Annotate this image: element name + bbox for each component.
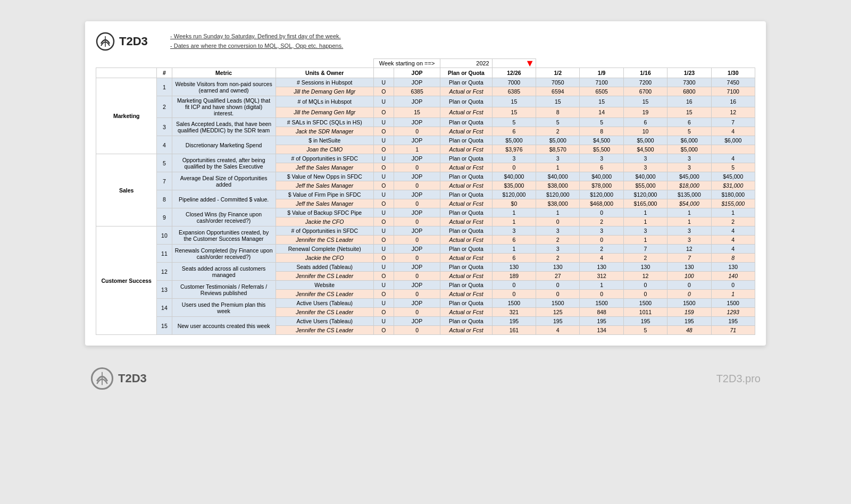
d5-1u: 7300 (668, 78, 711, 87)
metric-12: Seats added across all customers managed (172, 263, 276, 281)
row-num: 3 (157, 118, 172, 136)
table-row: 2 Marketing Qualified Leads (MQL) that f… (96, 96, 755, 107)
units-2u: # of MQLs in Hubspot (276, 96, 373, 107)
metric-11: Renewals Completed (by Finance upon cash… (172, 245, 276, 263)
metric-15: New user accounts created this week (172, 317, 276, 335)
section-marketing: Marketing (96, 78, 157, 154)
row-num: 2 (157, 96, 172, 118)
notes-area: - Weeks run Sunday to Saturday. Defined … (170, 32, 343, 51)
section-sales: Sales (96, 154, 157, 226)
plan-1u: Plan or Quota (440, 78, 493, 87)
table-row: Customer Success 10 Expansion Opportunit… (96, 226, 755, 236)
note-1: - Weeks run Sunday to Saturday. Defined … (170, 32, 343, 41)
col-12: 1/2 (536, 68, 580, 78)
plan-1o: Actual or Fcst (440, 87, 493, 96)
d3-1o: 6505 (580, 87, 623, 96)
row-num: 11 (157, 245, 172, 263)
col-header-row: # Metric Units & Owner JOP Plan or Quota… (96, 68, 755, 78)
table-row: 11 Renewals Completed (by Finance upon c… (96, 245, 755, 254)
plan-2u: Plan or Quota (440, 96, 493, 107)
row-num: 7 (157, 172, 172, 190)
footer-logo-icon (90, 367, 114, 390)
d1-1o: 6385 (492, 87, 536, 96)
table-row: 8 Pipeline added - Committed $ value. $ … (96, 190, 755, 199)
col-123: 1/23 (668, 68, 711, 78)
table-row: Marketing 1 Website Visitors from non-pa… (96, 78, 755, 87)
metric-13: Customer Testimonials / Referrals / Revi… (172, 281, 276, 299)
d1-1u: 7000 (492, 78, 536, 87)
d2-1u: 7050 (536, 78, 580, 87)
metric-3: Sales Accepted Leads, that have been qua… (172, 118, 276, 136)
jop-2u: JOP (394, 96, 440, 107)
metric-5: Opportunities created, after being quali… (172, 154, 276, 172)
d4-1o: 6700 (623, 87, 667, 96)
col-jop-header: JOP (394, 68, 440, 78)
col-plan-header: Plan or Quota (440, 68, 493, 78)
year-label: 2022 (440, 59, 493, 68)
d6-1o: 7100 (711, 87, 755, 96)
col-uo-header (373, 68, 394, 78)
week-header-row: Week starting on ==> 2022 ▼ (96, 59, 755, 68)
table-row: 7 Average Deal Size of Opportunities add… (96, 172, 755, 181)
row-num: 8 (157, 190, 172, 208)
footer-logo: T2D3 (90, 367, 147, 390)
d4-1u: 7200 (623, 78, 667, 87)
jop-1o: 6385 (394, 87, 440, 96)
col-19: 1/9 (580, 68, 623, 78)
metric-7: Average Deal Size of Opportunities added (172, 172, 276, 190)
table-row: 4 Discretionary Marketing Spend $ in Net… (96, 136, 755, 145)
row-num: 4 (157, 136, 172, 154)
main-container: T2D3 - Weeks run Sunday to Saturday. Def… (85, 21, 766, 346)
metric-4: Discretionary Marketing Spend (172, 136, 276, 154)
col-num-header: # (157, 68, 172, 78)
week-label: Week starting on ==> (373, 59, 440, 68)
row-num: 9 (157, 208, 172, 226)
note-2: - Dates are where the conversion to MQL,… (170, 41, 343, 51)
d2-1o: 6594 (536, 87, 580, 96)
footer-area: T2D3 T2D3.pro (85, 367, 766, 390)
table-row: 14 Users used the Premium plan this week… (96, 299, 755, 308)
row-num: 13 (157, 281, 172, 299)
col-section (96, 68, 157, 78)
metric-2: Marketing Qualified Leads (MQL) that fit… (172, 96, 276, 118)
col-130: 1/30 (711, 68, 755, 78)
table-row: 13 Customer Testimonials / Referrals / R… (96, 281, 755, 290)
metric-8: Pipeline added - Committed $ value. (172, 190, 276, 208)
row-num: 1 (157, 78, 172, 96)
section-cs: Customer Success (96, 226, 157, 335)
col-116: 1/16 (623, 68, 667, 78)
table-row: 12 Seats added across all customers mana… (96, 263, 755, 272)
col-1226: 12/26 (492, 68, 536, 78)
row-num: 12 (157, 263, 172, 281)
d3-1u: 7100 (580, 78, 623, 87)
col-metric-header: Metric (172, 68, 276, 78)
footer-logo-text: T2D3 (118, 372, 147, 385)
units-1o: Jill the Demang Gen Mgr (276, 87, 373, 96)
col-units-header: Units & Owner (276, 68, 373, 78)
data-table: Week starting on ==> 2022 ▼ # Metric Uni… (96, 58, 755, 335)
logo-area: T2D3 (96, 32, 160, 51)
header-area: T2D3 - Weeks run Sunday to Saturday. Def… (96, 32, 755, 51)
units-1u: # Sessions in Hubspot (276, 78, 373, 87)
metric-14: Users used the Premium plan this week (172, 299, 276, 317)
uo-1u: U (373, 78, 394, 87)
row-num: 14 (157, 299, 172, 317)
metric-1: Website Visitors from non-paid sources (… (172, 78, 276, 96)
footer-url: T2D3.pro (716, 373, 761, 385)
logo-icon (96, 32, 115, 51)
jop-1u: JOP (394, 78, 440, 87)
table-row: 3 Sales Accepted Leads, that have been q… (96, 118, 755, 127)
logo-text: T2D3 (119, 35, 148, 48)
uo-2u: U (373, 96, 394, 107)
row-num: 15 (157, 317, 172, 335)
uo-1o: O (373, 87, 394, 96)
table-row: Sales 5 Opportunities created, after bei… (96, 154, 755, 163)
row-num: 10 (157, 226, 172, 245)
row-num: 5 (157, 154, 172, 172)
metric-9: Closed Wins (by Finance upon cash/order … (172, 208, 276, 226)
d5-1o: 6800 (668, 87, 711, 96)
table-row: 9 Closed Wins (by Finance upon cash/orde… (96, 208, 755, 217)
metric-10: Expansion Opportunities created, by the … (172, 226, 276, 245)
d6-1u: 7450 (711, 78, 755, 87)
table-row: 15 New user accounts created this week A… (96, 317, 755, 326)
